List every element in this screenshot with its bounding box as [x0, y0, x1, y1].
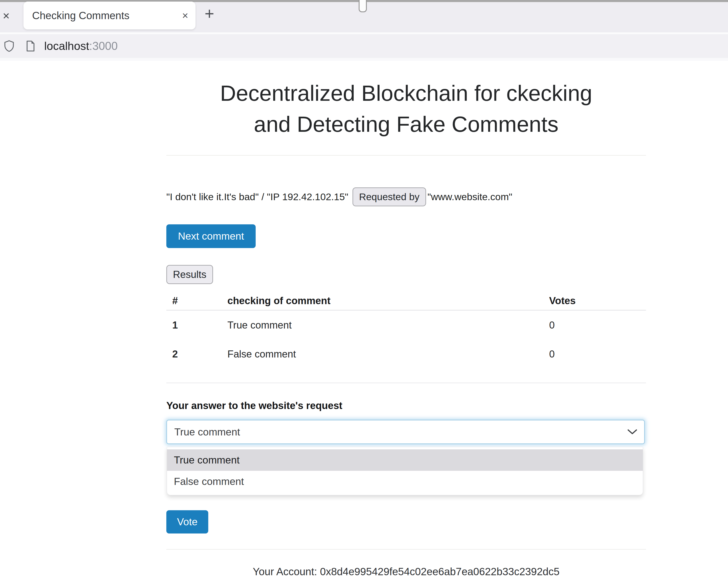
- comment-row: "I don't like it.It's bad" / "IP 192.42.…: [166, 186, 646, 208]
- comment-text: "I don't like it.It's bad" / "IP 192.42.…: [166, 191, 348, 202]
- chrome-divider: [0, 32, 728, 34]
- page-title: Decentralized Blockchain for ckecking: [166, 80, 646, 106]
- website-text: "www.website.com": [427, 191, 512, 202]
- account-address: 0x8d4e995429fe54c02ee6ab7ea0622b33c2392d…: [320, 565, 560, 578]
- header-number: #: [166, 295, 222, 306]
- window-notch: [359, 0, 367, 12]
- header-checking: checking of comment: [222, 295, 543, 306]
- vote-button[interactable]: Vote: [166, 510, 208, 533]
- table-row: 2 False comment 0: [166, 339, 646, 369]
- answer-select[interactable]: True comment: [166, 420, 645, 444]
- browser-tab[interactable]: Checking Comments ×: [24, 2, 196, 29]
- next-comment-button[interactable]: Next comment: [166, 224, 256, 248]
- answer-dropdown: True comment False comment: [167, 447, 643, 495]
- new-tab-button[interactable]: +: [205, 5, 214, 22]
- results-badge: Results: [166, 265, 213, 284]
- row-label-cell: False comment: [222, 348, 543, 360]
- row-votes-cell: 0: [543, 348, 646, 360]
- dropdown-option-false[interactable]: False comment: [167, 471, 643, 492]
- page-content: Decentralized Blockchain for ckecking an…: [166, 61, 646, 580]
- account-label: Your Account:: [253, 565, 317, 578]
- selected-option-value: True comment: [174, 426, 240, 438]
- requested-by-badge: Requested by: [353, 187, 426, 206]
- title-divider: [166, 155, 646, 156]
- table-row: 1 True comment 0: [166, 310, 646, 339]
- url-host: localhost: [44, 40, 89, 52]
- row-number-cell: 1: [166, 320, 222, 331]
- chevron-down-icon: [627, 429, 637, 435]
- tab-close-icon[interactable]: ×: [182, 10, 188, 21]
- row-number-cell: 2: [166, 348, 222, 360]
- chrome-bottom-divider: [0, 58, 728, 61]
- page-icon: [25, 40, 36, 52]
- url-port: :3000: [89, 40, 118, 52]
- table-header-row: # checking of comment Votes: [166, 292, 646, 310]
- page-title-line2: and Detecting Fake Comments: [166, 111, 646, 137]
- account-text: Your Account: 0x8d4e995429fe54c02ee6ab7e…: [166, 565, 646, 578]
- dropdown-option-true[interactable]: True comment: [167, 449, 643, 471]
- tab-strip: × Checking Comments × +: [0, 2, 728, 32]
- shield-icon[interactable]: [3, 40, 16, 52]
- tab-title: Checking Comments: [32, 9, 129, 22]
- table-bottom-divider: [166, 383, 646, 383]
- url-text[interactable]: localhost:3000: [44, 40, 118, 53]
- address-bar[interactable]: localhost:3000: [0, 34, 728, 58]
- footer-divider: [166, 549, 646, 550]
- window-close-icon[interactable]: ×: [3, 10, 9, 22]
- results-table: # checking of comment Votes 1 True comme…: [166, 292, 646, 369]
- row-label-cell: True comment: [222, 320, 543, 331]
- header-votes: Votes: [543, 295, 646, 306]
- row-votes-cell: 0: [543, 320, 646, 331]
- answer-label: Your answer to the website's request: [166, 400, 342, 411]
